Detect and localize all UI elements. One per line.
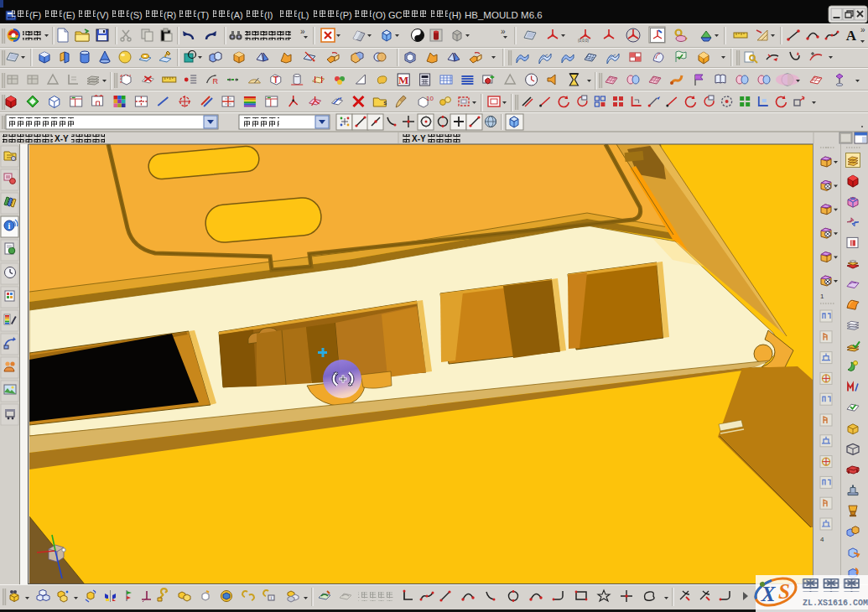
- svg-text:»: »: [860, 25, 865, 34]
- svg-text:i: i: [8, 221, 11, 231]
- svg-text:GC: GC: [388, 10, 403, 20]
- svg-text:4: 4: [820, 536, 824, 543]
- svg-text:T: T: [273, 75, 278, 85]
- svg-text:»: »: [501, 27, 506, 36]
- svg-text:(L): (L): [298, 10, 309, 20]
- svg-text:(S): (S): [130, 10, 143, 20]
- svg-text:(R): (R): [164, 10, 176, 20]
- svg-text:1: 1: [820, 293, 824, 300]
- svg-text:(O): (O): [372, 10, 386, 20]
- svg-text:X-Y: X-Y: [412, 134, 426, 143]
- svg-text:R: R: [213, 77, 219, 86]
- svg-text:ZL.XS1616.COM: ZL.XS1616.COM: [803, 599, 868, 608]
- svg-text:(P): (P): [340, 10, 352, 20]
- svg-text:A: A: [846, 28, 857, 44]
- svg-text:HB_MOULD M6.6: HB_MOULD M6.6: [465, 10, 543, 20]
- svg-text:X-Y: X-Y: [55, 134, 69, 143]
- svg-text:(V): (V): [96, 10, 109, 20]
- svg-text:(A): (A): [231, 10, 243, 20]
- svg-text:(T): (T): [197, 10, 209, 20]
- svg-text:(I): (I): [264, 10, 273, 20]
- svg-text:10: 10: [426, 95, 434, 102]
- svg-text:(0,0,0): (0,0,0): [578, 39, 590, 43]
- svg-text:»: »: [300, 27, 305, 36]
- svg-text:(H): (H): [449, 10, 461, 20]
- svg-text:s: s: [383, 99, 387, 106]
- svg-text:i: i: [271, 595, 272, 600]
- svg-text:(E): (E): [63, 10, 75, 20]
- svg-text:(F): (F): [29, 10, 41, 20]
- svg-text:S: S: [778, 580, 790, 603]
- svg-text:X: X: [761, 583, 777, 605]
- svg-text:M: M: [398, 74, 408, 86]
